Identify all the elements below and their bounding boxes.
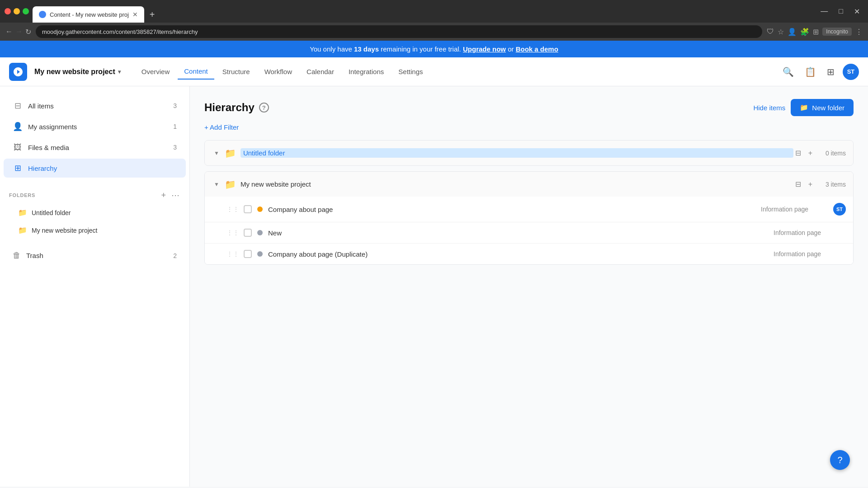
all-items-count: 3 — [173, 102, 177, 109]
forward-btn[interactable]: → — [15, 28, 23, 36]
untitled-reorder-btn[interactable]: ⊟ — [793, 147, 803, 159]
project-folder-icon: 📁 — [225, 179, 236, 190]
dup-status-dot — [257, 251, 263, 257]
project-folder-name: My new website project — [241, 180, 793, 188]
notifications-icon-btn[interactable]: 📋 — [802, 64, 819, 80]
folder-item-untitled[interactable]: 📁 Untitled folder — [4, 205, 186, 221]
nav-item-integrations[interactable]: Integrations — [342, 64, 390, 79]
user-avatar[interactable]: ST — [843, 64, 859, 80]
collapse-untitled-btn[interactable]: ▼ — [212, 148, 221, 158]
my-assignments-count: 1 — [173, 123, 177, 130]
banner-pre: You only have — [310, 45, 354, 53]
nav-item-calendar[interactable]: Calendar — [300, 64, 340, 79]
reload-btn[interactable]: ↻ — [25, 28, 31, 36]
nav-item-settings[interactable]: Settings — [392, 64, 429, 79]
help-icon[interactable]: ? — [259, 103, 269, 113]
untitled-folder-actions: ⊟ + — [793, 147, 814, 159]
minimize-btn[interactable] — [14, 8, 20, 14]
untitled-folder-icon: 📁 — [225, 148, 236, 159]
nav-item-content[interactable]: Content — [178, 64, 214, 80]
company-checkbox[interactable] — [244, 205, 252, 213]
top-nav: My new website project ▾ Overview Conten… — [0, 57, 868, 86]
brand-logo[interactable] — [9, 63, 27, 81]
untitled-add-btn[interactable]: + — [807, 147, 814, 159]
sidebar-item-my-assignments[interactable]: 👤 My assignments 1 — [4, 117, 186, 136]
active-tab[interactable]: Content - My new website proj ✕ — [33, 6, 144, 23]
folder-more-btn[interactable]: ⋯ — [170, 189, 180, 201]
company-item-name[interactable]: Company about page — [268, 206, 761, 213]
files-media-label: Files & media — [28, 144, 173, 151]
more-options-icon[interactable]: ⋮ — [855, 28, 863, 36]
drag-handle-dup[interactable]: ⋮⋮ — [226, 250, 239, 258]
dup-item-name[interactable]: Company about page (Duplicate) — [268, 250, 774, 258]
new-checkbox[interactable] — [244, 229, 252, 237]
grid-icon-btn[interactable]: ⊞ — [824, 64, 837, 80]
nav-right: 🔍 📋 ⊞ ST — [780, 64, 859, 80]
sidebar-item-files-media[interactable]: 🖼 Files & media 3 — [4, 138, 186, 157]
folders-actions: + ⋯ — [160, 189, 180, 201]
help-float-btn[interactable]: ? — [830, 450, 850, 470]
nav-item-structure[interactable]: Structure — [216, 64, 256, 79]
page-title: Hierarchy — [204, 101, 255, 114]
browser-chrome: Content - My new website proj ✕ + — □ ✕ — [0, 0, 868, 23]
folders-section-header: FOLDERS + ⋯ — [0, 182, 189, 204]
project-add-btn[interactable]: + — [807, 178, 814, 190]
project-folder-section: ▼ 📁 My new website project ⊟ + 3 items ⋮… — [204, 171, 854, 265]
banner-days: 13 days — [354, 45, 379, 53]
logo-icon — [13, 66, 24, 77]
url-text: moodjoy.gathercontent.com/content/385827… — [42, 28, 198, 35]
content-item-duplicate: ⋮⋮ Company about page (Duplicate) Inform… — [205, 244, 853, 264]
sidebar-item-all-items[interactable]: ⊟ All items 3 — [4, 96, 186, 115]
hide-items-btn[interactable]: Hide items — [753, 104, 785, 112]
company-avatar: ST — [833, 203, 846, 216]
nav-items: Overview Content Structure Workflow Cale… — [135, 64, 429, 80]
untitled-folder-name-input[interactable] — [241, 148, 793, 158]
content-header: Hierarchy ? Hide items 📁 New folder — [204, 99, 854, 116]
tab-bar: Content - My new website proj ✕ + — [33, 0, 813, 23]
nav-buttons: ← → ↻ — [5, 28, 31, 36]
dup-checkbox[interactable] — [244, 250, 252, 258]
add-filter-btn[interactable]: + Add Filter — [204, 123, 239, 131]
new-folder-icon: 📁 — [800, 103, 808, 112]
untitled-folder-row: ▼ 📁 ⊟ + 0 items — [205, 141, 853, 165]
drag-handle-company[interactable]: ⋮⋮ — [226, 206, 239, 213]
content-item-new: ⋮⋮ New Information page — [205, 222, 853, 244]
nav-item-overview[interactable]: Overview — [135, 64, 176, 79]
project-folder-actions: ⊟ + — [793, 178, 814, 190]
nav-item-workflow[interactable]: Workflow — [258, 64, 298, 79]
new-folder-btn[interactable]: 📁 New folder — [791, 99, 854, 116]
chevron-down-icon: ▾ — [118, 69, 121, 75]
sidebar-toggle-icon[interactable]: ⊞ — [813, 28, 819, 36]
close-btn[interactable] — [5, 8, 11, 14]
upgrade-link[interactable]: Upgrade now — [463, 45, 506, 53]
project-items-count: 3 items — [814, 181, 846, 188]
new-folder-label: New folder — [812, 104, 844, 112]
sidebar-item-hierarchy[interactable]: ⊞ Hierarchy — [4, 159, 186, 178]
maximize-btn[interactable] — [23, 8, 29, 14]
trash-item[interactable]: 🗑 Trash 2 — [4, 246, 186, 265]
new-tab-btn[interactable]: + — [146, 8, 159, 22]
folder-item-project[interactable]: 📁 My new website project — [4, 222, 186, 238]
browser-controls — [5, 8, 29, 14]
star-icon[interactable]: ☆ — [778, 28, 784, 36]
tab-close-icon[interactable]: ✕ — [132, 11, 138, 18]
project-reorder-btn[interactable]: ⊟ — [793, 178, 803, 190]
tab-title: Content - My new website proj — [50, 11, 129, 18]
extensions-icon[interactable]: 🧩 — [800, 28, 809, 36]
shield-icon[interactable]: 🛡 — [767, 28, 774, 36]
demo-link[interactable]: Book a demo — [516, 45, 558, 53]
search-icon-btn[interactable]: 🔍 — [780, 64, 797, 80]
profile-icon[interactable]: 👤 — [788, 28, 797, 36]
drag-handle-new[interactable]: ⋮⋮ — [226, 229, 239, 236]
new-item-name[interactable]: New — [268, 229, 774, 237]
url-bar[interactable]: moodjoy.gathercontent.com/content/385827… — [36, 25, 762, 38]
trash-count: 2 — [173, 252, 177, 259]
collapse-project-btn[interactable]: ▼ — [212, 179, 221, 189]
add-folder-btn[interactable]: + — [160, 189, 167, 201]
project-selector[interactable]: My new website project ▾ — [34, 68, 121, 76]
win-maximize[interactable]: □ — [835, 5, 847, 18]
content-area: Hierarchy ? Hide items 📁 New folder + Ad… — [190, 86, 868, 487]
win-close[interactable]: ✕ — [850, 5, 863, 18]
back-btn[interactable]: ← — [5, 28, 13, 36]
win-minimize[interactable]: — — [817, 5, 831, 18]
